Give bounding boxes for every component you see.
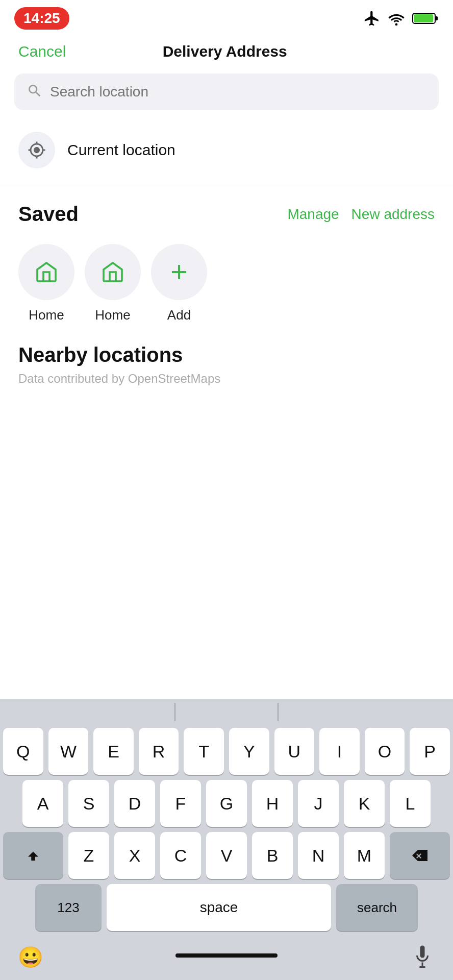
keyboard-rows: Q W E R T Y U I O P A S D F G H J K L xyxy=(0,725,453,931)
status-icons xyxy=(363,10,439,27)
key-q[interactable]: Q xyxy=(3,728,43,775)
shift-key[interactable] xyxy=(3,832,63,879)
key-l[interactable]: L xyxy=(390,780,431,827)
address-item-home-1[interactable]: Home xyxy=(18,244,74,323)
key-w[interactable]: W xyxy=(48,728,89,775)
key-n[interactable]: N xyxy=(298,832,339,879)
keyboard[interactable]: Q W E R T Y U I O P A S D F G H J K L xyxy=(0,699,453,980)
key-row-2: A S D F G H J K L xyxy=(3,780,450,827)
key-y[interactable]: Y xyxy=(229,728,269,775)
bar-handle-right xyxy=(278,703,279,721)
header: Cancel Delivery Address xyxy=(0,35,453,69)
home-icon-circle-2 xyxy=(85,244,141,300)
key-e[interactable]: E xyxy=(93,728,134,775)
key-x[interactable]: X xyxy=(114,832,155,879)
home-icon-2 xyxy=(100,260,125,284)
key-o[interactable]: O xyxy=(365,728,405,775)
key-b[interactable]: B xyxy=(252,832,293,879)
key-p[interactable]: P xyxy=(410,728,450,775)
key-m[interactable]: M xyxy=(344,832,385,879)
current-location-label: Current location xyxy=(67,141,175,159)
wifi-icon xyxy=(387,11,406,26)
key-v[interactable]: V xyxy=(206,832,247,879)
current-location-row[interactable]: Current location xyxy=(0,120,453,180)
address-item-label-1: Home xyxy=(29,307,64,323)
address-item-label-add: Add xyxy=(167,307,191,323)
status-time: 14:25 xyxy=(14,7,69,30)
emoji-key[interactable]: 😀 xyxy=(10,939,51,975)
keyboard-bottom: 😀 xyxy=(0,936,453,980)
svg-rect-5 xyxy=(420,946,425,958)
key-row-bottom: 123 space search xyxy=(3,884,450,931)
key-row-1: Q W E R T Y U I O P xyxy=(3,728,450,775)
divider xyxy=(0,185,453,185)
key-t[interactable]: T xyxy=(184,728,224,775)
keyboard-top-bar xyxy=(0,699,453,725)
home-icon-1 xyxy=(34,260,59,284)
location-icon-circle xyxy=(18,132,55,168)
svg-rect-1 xyxy=(435,16,438,20)
home-indicator xyxy=(175,953,278,958)
svg-rect-7 xyxy=(419,966,425,968)
key-row-3: Z X C V B N M xyxy=(3,832,450,879)
key-g[interactable]: G xyxy=(206,780,247,827)
key-f[interactable]: F xyxy=(160,780,201,827)
backspace-key[interactable] xyxy=(390,832,450,879)
key-i[interactable]: I xyxy=(319,728,360,775)
nearby-section: Nearby locations Data contributed by Ope… xyxy=(0,338,453,401)
saved-title: Saved xyxy=(18,203,79,226)
search-input[interactable] xyxy=(50,84,426,100)
saved-header: Saved Manage New address xyxy=(0,190,453,236)
key-r[interactable]: R xyxy=(139,728,179,775)
add-icon-circle xyxy=(151,244,207,300)
manage-button[interactable]: Manage xyxy=(287,206,339,223)
svg-rect-2 xyxy=(414,14,433,22)
address-item-add[interactable]: Add xyxy=(151,244,207,323)
key-k[interactable]: K xyxy=(344,780,385,827)
search-key[interactable]: search xyxy=(336,884,418,931)
mic-key[interactable] xyxy=(402,939,443,975)
status-bar: 14:25 xyxy=(0,0,453,35)
key-a[interactable]: A xyxy=(22,780,63,827)
svg-rect-6 xyxy=(422,963,423,967)
key-c[interactable]: C xyxy=(160,832,201,879)
address-items: Home Home Add xyxy=(0,236,453,338)
space-key[interactable]: space xyxy=(107,884,331,931)
battery-icon xyxy=(412,11,439,26)
cancel-button[interactable]: Cancel xyxy=(18,43,66,60)
page-title: Delivery Address xyxy=(163,43,287,60)
key-d[interactable]: D xyxy=(114,780,155,827)
saved-actions: Manage New address xyxy=(287,206,435,223)
search-icon xyxy=(27,83,43,101)
address-item-label-2: Home xyxy=(95,307,130,323)
nearby-title: Nearby locations xyxy=(18,344,435,366)
search-bar[interactable] xyxy=(14,74,439,110)
airplane-icon xyxy=(363,10,381,27)
nearby-subtitle: Data contributed by OpenStreetMaps xyxy=(18,372,435,386)
key-s[interactable]: S xyxy=(68,780,109,827)
key-h[interactable]: H xyxy=(252,780,293,827)
crosshair-icon xyxy=(28,141,46,159)
key-j[interactable]: J xyxy=(298,780,339,827)
numbers-key[interactable]: 123 xyxy=(35,884,102,931)
key-z[interactable]: Z xyxy=(68,832,109,879)
new-address-button[interactable]: New address xyxy=(351,206,435,223)
home-icon-circle-1 xyxy=(18,244,74,300)
address-item-home-2[interactable]: Home xyxy=(85,244,141,323)
plus-icon xyxy=(167,260,191,284)
bar-handle-left xyxy=(174,703,175,721)
key-u[interactable]: U xyxy=(274,728,315,775)
